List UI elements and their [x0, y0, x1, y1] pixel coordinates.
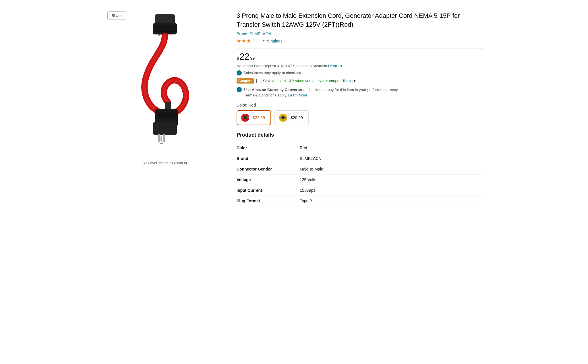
coupon-text: Save an extra 10% when you apply this co…	[263, 79, 355, 83]
product-image-panel: Share	[105, 9, 225, 206]
svg-point-25	[281, 116, 285, 119]
detail-row-input-current: Input Current 15 Amps	[237, 185, 483, 195]
color-label: Color: Red	[237, 103, 483, 107]
svg-rect-13	[153, 122, 177, 135]
detail-label-plug-format: Plug Format	[237, 195, 300, 206]
svg-rect-10	[155, 113, 178, 114]
svg-rect-16	[160, 136, 162, 142]
star-5: ☆	[256, 38, 261, 44]
detail-label-color: Color	[237, 143, 300, 153]
currency-message: Use Amazon Currency Converter at checkou…	[244, 87, 399, 98]
color-yellow-price: $20.99	[291, 115, 303, 120]
shipping-info: No Import Fees Deposit & $10.67 Shipping…	[237, 64, 483, 68]
star-4: ☆	[251, 38, 256, 44]
detail-value-connector-gender: Male-to-Male	[300, 164, 483, 174]
coupon-checkbox[interactable]	[256, 79, 260, 83]
price-main: 22	[239, 51, 250, 62]
coupon-terms-link[interactable]: Terms	[343, 79, 353, 83]
color-swatch-yellow	[278, 113, 288, 123]
color-option-red[interactable]: $22.99	[237, 110, 271, 125]
rating-chevron-icon: ▾	[263, 39, 265, 43]
star-2: ★	[241, 38, 246, 44]
shipping-details-link[interactable]: Details	[328, 64, 340, 68]
detail-row-connector-gender: Connector Gender Male-to-Male	[237, 164, 483, 174]
price-dollar-sign: $	[237, 56, 239, 60]
detail-value-brand: SLMELACN	[300, 153, 483, 164]
star-1: ★	[237, 38, 241, 44]
svg-rect-5	[153, 26, 177, 27]
svg-rect-15	[163, 134, 165, 142]
currency-text1: Use	[244, 88, 251, 92]
detail-value-plug-format: Type B	[300, 195, 483, 206]
color-swatch-red	[240, 113, 250, 123]
color-red-price: $22.99	[253, 115, 265, 120]
detail-row-color: Color Red	[237, 143, 483, 153]
tax-text: Sales taxes may apply at checkout	[243, 71, 301, 75]
color-option-yellow[interactable]: $20.99	[274, 110, 309, 125]
color-label-text: Color:	[237, 103, 248, 107]
price-display: $ 22 99	[237, 51, 483, 62]
detail-label-brand: Brand	[237, 153, 300, 164]
shipping-chevron-icon: ▾	[341, 64, 343, 68]
ratings-count-link[interactable]: 5 ratings	[267, 39, 283, 43]
currency-text2: at checkout to pay for this item in your…	[303, 88, 399, 92]
currency-learn-more-link[interactable]: Learn More	[288, 93, 307, 97]
product-image-container: Share	[105, 9, 225, 158]
image-caption: Roll over image to zoom in	[143, 161, 187, 165]
svg-rect-14	[158, 134, 160, 142]
color-value: Red	[248, 103, 256, 107]
divider-1	[237, 48, 483, 49]
color-options: $22.99 $20.99	[237, 110, 483, 125]
detail-label-voltage: Voltage	[237, 174, 300, 185]
product-image	[110, 11, 219, 155]
detail-row-brand: Brand SLMELACN	[237, 153, 483, 164]
currency-info-icon: i	[237, 87, 242, 92]
svg-rect-12	[155, 117, 178, 118]
coupon-save-text: Save an extra 10% when you apply this co…	[263, 79, 341, 83]
product-details-heading: Product details	[237, 132, 483, 138]
rating-row: ★ ★ ★ ☆ ☆ ▾ 5 ratings	[237, 38, 483, 44]
svg-point-21	[243, 116, 247, 119]
detail-row-plug-format: Plug Format Type B	[237, 195, 483, 206]
svg-rect-6	[153, 28, 177, 29]
detail-row-voltage: Voltage 125 Volts	[237, 174, 483, 185]
tax-row: i Sales taxes may apply at checkout	[237, 70, 483, 75]
svg-rect-11	[155, 115, 178, 116]
coupon-terms-chevron: ▾	[354, 79, 356, 83]
brand-link[interactable]: Brand: SLMELACN	[237, 32, 271, 36]
product-title: 3 Prong Male to Male Extension Cord, Gen…	[237, 11, 483, 29]
tax-info-icon: i	[237, 70, 242, 75]
detail-value-input-current: 15 Amps	[300, 185, 483, 195]
coupon-badge: Coupon:	[237, 78, 254, 84]
currency-converter-name: Amazon Currency Converter	[252, 88, 303, 92]
detail-label-connector-gender: Connector Gender	[237, 164, 300, 174]
product-details-table: Color Red Brand SLMELACN Connector Gende…	[237, 143, 483, 206]
detail-value-voltage: 125 Volts	[300, 174, 483, 185]
price-cents: 99	[250, 56, 255, 60]
detail-value-color: Red	[300, 143, 483, 153]
currency-text3: Terms & Conditions apply.	[244, 93, 287, 97]
svg-point-17	[160, 143, 163, 144]
star-rating[interactable]: ★ ★ ★ ☆ ☆	[237, 38, 261, 44]
coupon-row: Coupon: Save an extra 10% when you apply…	[237, 78, 483, 84]
star-3: ★	[246, 38, 251, 44]
svg-rect-7	[153, 30, 177, 32]
shipping-text: No Import Fees Deposit & $10.67 Shipping…	[237, 64, 327, 68]
detail-label-input-current: Input Current	[237, 185, 300, 195]
currency-converter-row: i Use Amazon Currency Converter at check…	[237, 87, 483, 98]
product-details-panel: 3 Prong Male to Male Extension Cord, Gen…	[237, 9, 483, 206]
